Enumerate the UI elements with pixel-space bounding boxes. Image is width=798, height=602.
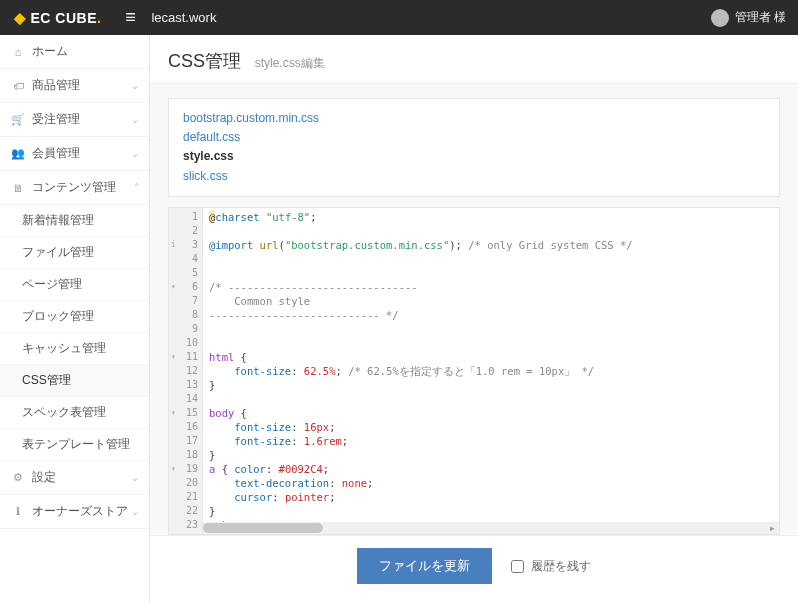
- code-line[interactable]: html {: [209, 350, 773, 364]
- code-line[interactable]: body {: [209, 406, 773, 420]
- file-link[interactable]: default.css: [183, 128, 765, 147]
- users-icon: 👥: [10, 147, 26, 160]
- code-line[interactable]: font-size: 1.6rem;: [209, 434, 773, 448]
- code-line[interactable]: a { color: #0092C4;: [209, 462, 773, 476]
- chevron-down-icon: ⌄: [131, 472, 139, 483]
- history-checkbox[interactable]: [511, 560, 524, 573]
- sidebar-item-label: オーナーズストア: [32, 503, 128, 520]
- code-line[interactable]: [209, 392, 773, 406]
- page-title: CSS管理: [168, 49, 241, 73]
- code-line[interactable]: --------------------------- */: [209, 308, 773, 322]
- sidebar: ⌂ホーム🏷商品管理⌄🛒受注管理⌄👥会員管理⌄🗎コンテンツ管理˄新着情報管理ファイ…: [0, 35, 150, 602]
- chevron-down-icon: ⌄: [131, 114, 139, 125]
- sidebar-item-tag[interactable]: 🏷商品管理⌄: [0, 69, 149, 103]
- sidebar-item-label: ホーム: [32, 43, 68, 60]
- sidebar-item-label: コンテンツ管理: [32, 179, 116, 196]
- sidebar-item-label: 商品管理: [32, 77, 80, 94]
- code-line[interactable]: Common style: [209, 294, 773, 308]
- sidebar-sub-item[interactable]: スペック表管理: [0, 397, 149, 429]
- file-link[interactable]: slick.css: [183, 167, 765, 186]
- code-line[interactable]: }: [209, 504, 773, 518]
- sidebar-item-users[interactable]: 👥会員管理⌄: [0, 137, 149, 171]
- file-link[interactable]: style.css: [183, 147, 765, 166]
- cart-icon: 🛒: [10, 113, 26, 126]
- code-editor[interactable]: 12i345▾678910▾11121314▾15161718▾19202122…: [168, 207, 780, 535]
- sidebar-item-gear[interactable]: ⚙設定⌄: [0, 461, 149, 495]
- code-line[interactable]: cursor: pointer;: [209, 490, 773, 504]
- sidebar-item-label: 会員管理: [32, 145, 80, 162]
- scrollbar-thumb[interactable]: [203, 523, 323, 533]
- chevron-up-icon: ˄: [134, 182, 139, 193]
- chevron-down-icon: ⌄: [131, 506, 139, 517]
- logo[interactable]: ◆ EC CUBE.: [0, 0, 115, 35]
- sidebar-sub-item[interactable]: キャッシュ管理: [0, 333, 149, 365]
- code-line[interactable]: @charset "utf-8";: [209, 210, 773, 224]
- code-line[interactable]: text-decoration: none;: [209, 476, 773, 490]
- code-line[interactable]: @import url("bootstrap.custom.min.css");…: [209, 238, 773, 252]
- history-checkbox-label[interactable]: 履歴を残す: [511, 559, 591, 573]
- sidebar-item-doc[interactable]: 🗎コンテンツ管理˄: [0, 171, 149, 205]
- hamburger-icon[interactable]: ≡: [115, 7, 145, 28]
- logo-text: EC CUBE: [31, 10, 98, 26]
- file-link[interactable]: bootstrap.custom.min.css: [183, 109, 765, 128]
- sidebar-item-home[interactable]: ⌂ホーム: [0, 35, 149, 69]
- topbar: ◆ EC CUBE. ≡ lecast.work 管理者 様: [0, 0, 798, 35]
- sidebar-item-label: 受注管理: [32, 111, 80, 128]
- code-line[interactable]: [209, 224, 773, 238]
- code-line[interactable]: [209, 252, 773, 266]
- site-name: lecast.work: [151, 10, 216, 25]
- tag-icon: 🏷: [10, 80, 26, 92]
- editor-code[interactable]: @charset "utf-8"; @import url("bootstrap…: [203, 208, 779, 534]
- sidebar-sub-item[interactable]: CSS管理: [0, 365, 149, 397]
- page-header: CSS管理 style.css編集: [150, 35, 798, 84]
- code-line[interactable]: [209, 336, 773, 350]
- page-subtitle: style.css編集: [255, 56, 325, 70]
- update-button[interactable]: ファイルを更新: [357, 548, 492, 584]
- sidebar-sub-item[interactable]: ファイル管理: [0, 237, 149, 269]
- logo-cube-icon: ◆: [14, 9, 27, 27]
- history-label: 履歴を残す: [531, 559, 591, 573]
- sidebar-sub-item[interactable]: ブロック管理: [0, 301, 149, 333]
- code-line[interactable]: [209, 266, 773, 280]
- sidebar-sub-item[interactable]: 表テンプレート管理: [0, 429, 149, 461]
- file-list: bootstrap.custom.min.cssdefault.cssstyle…: [168, 98, 780, 197]
- sidebar-sub-item[interactable]: ページ管理: [0, 269, 149, 301]
- sidebar-sub-item[interactable]: 新着情報管理: [0, 205, 149, 237]
- code-line[interactable]: [209, 322, 773, 336]
- code-line[interactable]: }: [209, 378, 773, 392]
- avatar-icon[interactable]: [711, 9, 729, 27]
- doc-icon: 🗎: [10, 182, 26, 194]
- info-icon: ℹ: [10, 505, 26, 518]
- editor-gutter: 12i345▾678910▾11121314▾15161718▾19202122…: [169, 208, 203, 534]
- home-icon: ⌂: [10, 46, 26, 58]
- scroll-right-icon[interactable]: ▸: [765, 522, 779, 534]
- code-line[interactable]: font-size: 62.5%; /* 62.5%を指定すると「1.0 rem…: [209, 364, 773, 378]
- horizontal-scrollbar[interactable]: ▸: [203, 522, 779, 534]
- user-name[interactable]: 管理者 様: [735, 9, 786, 26]
- code-line[interactable]: /* ------------------------------: [209, 280, 773, 294]
- code-line[interactable]: font-size: 16px;: [209, 420, 773, 434]
- code-line[interactable]: }: [209, 448, 773, 462]
- gear-icon: ⚙: [10, 471, 26, 484]
- chevron-down-icon: ⌄: [131, 148, 139, 159]
- sidebar-item-info[interactable]: ℹオーナーズストア⌄: [0, 495, 149, 529]
- sidebar-item-cart[interactable]: 🛒受注管理⌄: [0, 103, 149, 137]
- sidebar-item-label: 設定: [32, 469, 56, 486]
- footer: ファイルを更新 履歴を残す: [150, 535, 798, 602]
- chevron-down-icon: ⌄: [131, 80, 139, 91]
